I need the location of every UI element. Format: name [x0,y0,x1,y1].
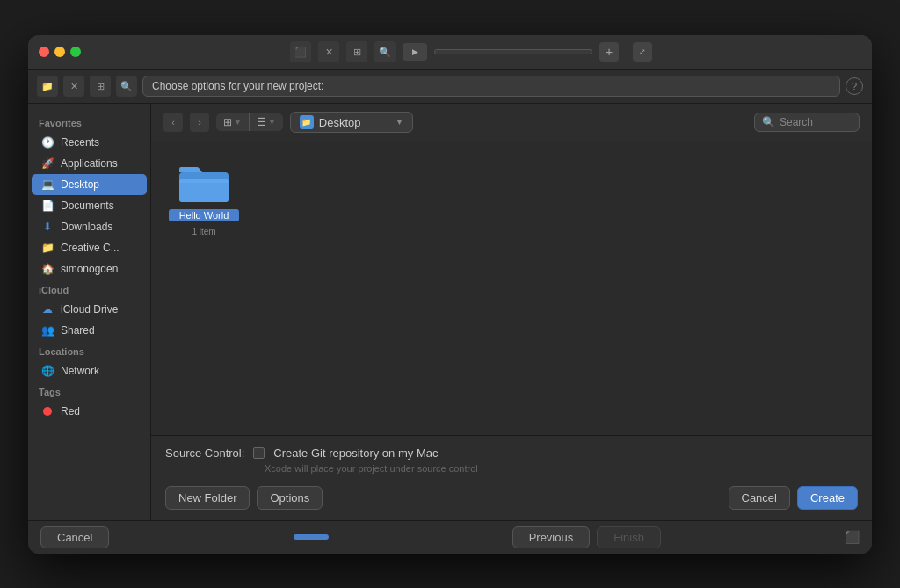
title-bar: ⬛ ✕ ⊞ 🔍 ▶ + ⤢ [28,35,872,70]
location-chevron-icon: ▼ [396,118,403,127]
network-icon: 🌐 [40,364,54,378]
list-item[interactable]: Hello World 1 item [169,160,239,236]
desktop-icon: 💻 [40,178,54,192]
sidebar-item-documents[interactable]: 📄 Documents [32,195,147,216]
file-name-label: Hello World [169,209,239,221]
main-content: Favorites 🕐 Recents 🚀 Applications 💻 Des… [28,104,872,520]
help-button[interactable]: ? [846,77,863,95]
git-checkbox[interactable] [253,447,265,459]
browser-toolbar: ‹ › ⊞ ▼ ☰ ▼ 📁 Desktop [151,104,872,142]
structure-icon[interactable]: ⊞ [346,41,367,62]
close-icon[interactable]: ✕ [318,41,339,62]
creative-cloud-icon: 📁 [40,241,54,255]
tags-label: Tags [28,381,150,401]
file-grid: Hello World 1 item [169,160,854,236]
view-toggle: ⊞ ▼ ☰ ▼ [216,113,283,131]
sidebar-item-creative-cloud[interactable]: 📁 Creative C... [32,237,147,258]
svg-point-0 [43,407,52,416]
shared-icon: 👥 [40,323,54,338]
file-browser: ‹ › ⊞ ▼ ☰ ▼ 📁 Desktop [151,104,872,520]
sidebar-item-red[interactable]: Red [32,401,147,422]
icloud-label: iCloud [28,279,150,299]
title-bar-center: ⬛ ✕ ⊞ 🔍 ▶ + ⤢ [81,41,861,62]
maximize-button[interactable] [70,47,81,57]
close-button[interactable] [39,47,49,57]
documents-icon: 📄 [40,199,54,213]
prompt-label: Choose options for your new project: [142,76,840,97]
git-checkbox-label: Create Git repository on my Mac [273,446,438,460]
progress-indicator [294,534,329,540]
navigator-icon[interactable]: 📁 [37,76,58,97]
file-area: Hello World 1 item [151,142,872,435]
sidebar-item-recents[interactable]: 🕐 Recents [32,132,147,153]
bottom-bar-nav-buttons: Previous Finish [512,526,661,548]
recents-icon: 🕐 [40,135,54,149]
inspector-icon[interactable]: ✕ [63,76,84,97]
sidebar-item-icloud-drive[interactable]: ☁ iCloud Drive [32,299,147,320]
window-expand-button[interactable]: ⤢ [633,42,652,62]
sidebar-item-network[interactable]: 🌐 Network [32,360,147,381]
sidebar-item-desktop[interactable]: 💻 Desktop [32,174,147,195]
svg-rect-3 [179,179,229,183]
outer-cancel-button[interactable]: Cancel [40,526,109,548]
applications-icon: 🚀 [40,156,54,171]
search-icon: 🔍 [762,116,775,128]
sidebar: Favorites 🕐 Recents 🚀 Applications 💻 Des… [28,104,151,520]
locations-label: Locations [28,341,150,360]
add-tab-button[interactable]: + [599,42,619,62]
home-icon: 🏠 [40,262,54,276]
red-tag-icon [40,404,54,418]
screen-icon: ⬛ [845,530,860,544]
grid-view-button[interactable]: ⊞ ▼ [216,113,250,131]
sidebar-item-simonogden[interactable]: 🏠 simonogden [32,258,147,279]
scheme-selector[interactable] [434,49,592,54]
toolbar: 📁 ✕ ⊞ 🔍 Choose options for your new proj… [28,70,872,104]
file-subtitle-label: 1 item [192,227,215,236]
bottom-panel: Source Control: Create Git repository on… [151,435,872,520]
previous-button[interactable]: Previous [512,526,591,548]
play-button[interactable]: ▶ [403,43,427,61]
source-control-row: Source Control: Create Git repository on… [165,446,858,460]
bottom-buttons: New Folder Options Cancel Create [165,486,858,510]
source-control-hint: Xcode will place your project under sour… [265,463,858,474]
bottom-bar-buttons: Cancel [40,526,109,548]
finish-button[interactable]: Finish [597,526,661,548]
source-control-label: Source Control: [165,446,244,460]
traffic-lights [39,47,81,57]
layout-icon[interactable]: ⊞ [90,76,111,97]
location-folder-icon: 📁 [300,115,314,129]
sidebar-item-downloads[interactable]: ⬇ Downloads [32,216,147,237]
sidebar-toggle-icon[interactable]: ⬛ [290,41,311,62]
folder-icon [178,160,230,204]
grid-chevron-icon: ▼ [234,118,242,127]
search-box[interactable]: 🔍 Search [754,113,860,132]
minimize-button[interactable] [54,47,65,57]
cancel-button[interactable]: Cancel [729,486,790,510]
sidebar-item-applications[interactable]: 🚀 Applications [32,153,147,174]
downloads-icon: ⬇ [40,220,54,234]
xcode-bottom-bar: Cancel Previous Finish ⬛ [28,520,872,554]
favorites-label: Favorites [28,113,150,132]
create-button[interactable]: Create [797,486,858,510]
xcode-window: ⬛ ✕ ⊞ 🔍 ▶ + ⤢ 📁 ✕ ⊞ 🔍 Choose options for… [28,35,872,554]
search-toolbar-icon[interactable]: 🔍 [116,76,137,97]
back-button[interactable]: ‹ [163,113,183,132]
forward-button[interactable]: › [190,113,209,132]
list-view-button[interactable]: ☰ ▼ [250,113,283,131]
location-selector[interactable]: 📁 Desktop ▼ [290,112,413,133]
list-chevron-icon: ▼ [268,118,276,127]
sidebar-item-shared[interactable]: 👥 Shared [32,320,147,341]
icloud-drive-icon: ☁ [40,302,54,316]
options-button[interactable]: Options [257,486,323,510]
new-folder-button[interactable]: New Folder [165,486,250,510]
search-icon[interactable]: 🔍 [374,41,396,62]
